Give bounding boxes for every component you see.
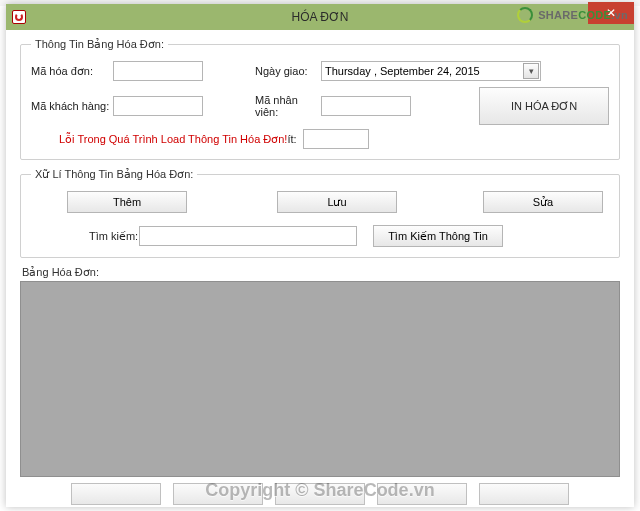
search-input[interactable] xyxy=(139,226,357,246)
info-legend: Thông Tin Bảng Hóa Đơn: xyxy=(31,38,168,51)
invoice-datagrid[interactable] xyxy=(20,281,620,477)
ngay-giao-label: Ngày giao: xyxy=(255,65,321,77)
error-suffix: ít: xyxy=(287,133,296,145)
info-group: Thông Tin Bảng Hóa Đơn: Mã hóa đơn: Ngày… xyxy=(20,38,620,160)
brand-icon xyxy=(516,6,534,24)
ma-hoa-don-label: Mã hóa đơn: xyxy=(31,65,113,78)
search-button[interactable]: Tìm Kiếm Thông Tin xyxy=(373,225,503,247)
edit-button[interactable]: Sửa xyxy=(483,191,603,213)
grid-label: Bảng Hóa Đơn: xyxy=(22,266,620,279)
extra-input[interactable] xyxy=(303,129,369,149)
process-legend: Xữ Lí Thông Tin Bảng Hóa Đơn: xyxy=(31,168,197,181)
invoice-window: HÓA ĐƠN ✕ Thông Tin Bảng Hóa Đơn: Mã hóa… xyxy=(6,4,634,507)
ma-hoa-don-input[interactable] xyxy=(113,61,203,81)
process-group: Xữ Lí Thông Tin Bảng Hóa Đơn: Thêm Lưu S… xyxy=(20,168,620,258)
pager xyxy=(20,483,620,505)
brand-watermark: SHARECODE.vn xyxy=(516,6,628,24)
pager-button-1[interactable] xyxy=(71,483,161,505)
search-label: Tìm kiếm: xyxy=(89,230,139,243)
app-icon xyxy=(12,10,26,24)
ngay-giao-picker[interactable]: Thursday , September 24, 2015 ▾ xyxy=(321,61,541,81)
pager-button-4[interactable] xyxy=(377,483,467,505)
pager-button-5[interactable] xyxy=(479,483,569,505)
error-text: Lỗi Trong Quá Trình Load Thông Tin Hóa Đ… xyxy=(59,133,287,146)
ngay-giao-value: Thursday , September 24, 2015 xyxy=(325,65,480,77)
pager-button-2[interactable] xyxy=(173,483,263,505)
print-invoice-button[interactable]: IN HÓA ĐƠN xyxy=(479,87,609,125)
add-button[interactable]: Thêm xyxy=(67,191,187,213)
ma-kh-label: Mã khách hàng: xyxy=(31,100,113,112)
calendar-icon[interactable]: ▾ xyxy=(523,63,539,79)
save-button[interactable]: Lưu xyxy=(277,191,397,213)
ma-kh-input[interactable] xyxy=(113,96,203,116)
ma-nv-label: Mã nhân viên: xyxy=(255,94,321,118)
pager-button-3[interactable] xyxy=(275,483,365,505)
ma-nv-input[interactable] xyxy=(321,96,411,116)
